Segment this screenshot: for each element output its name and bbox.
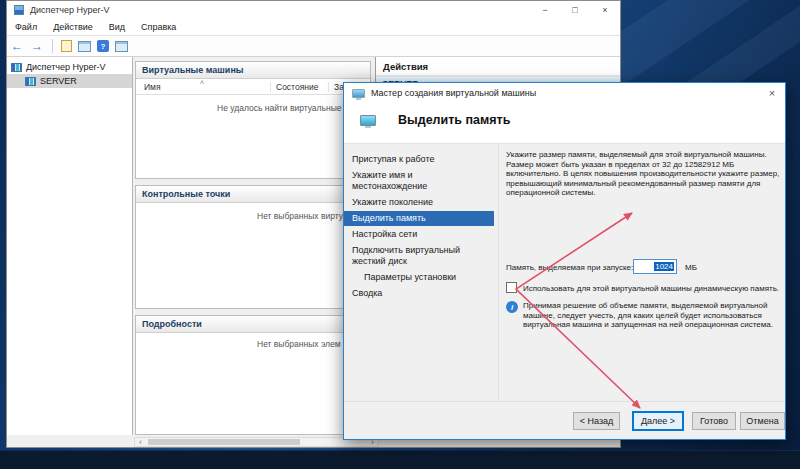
window-panel-icon[interactable] xyxy=(115,41,128,52)
export-list-icon[interactable] xyxy=(61,40,72,52)
taskbar xyxy=(0,450,800,469)
monitor-icon xyxy=(360,115,376,126)
checkpoints-header: Контрольные точки xyxy=(136,186,370,203)
wizard-top: Мастер создания виртуальной машины × Выд… xyxy=(344,83,785,143)
menu-view[interactable]: Вид xyxy=(101,22,133,32)
scroll-left-icon[interactable]: ‹ xyxy=(135,438,146,446)
sort-caret-icon: ^ xyxy=(200,79,204,89)
checkpoints-section: Контрольные точки Нет выбранных виртуаль… xyxy=(135,185,371,309)
tree-item-hyperv-root[interactable]: Диспетчер Hyper-V xyxy=(7,60,132,74)
menu-bar: Файл Действие Вид Справка xyxy=(7,19,620,36)
menu-file[interactable]: Файл xyxy=(7,22,45,32)
column-name[interactable]: Имя xyxy=(144,82,161,92)
title-bar: Диспетчер Hyper-V − □ × xyxy=(7,1,620,19)
finish-button[interactable]: Готово xyxy=(692,412,736,430)
virtual-machines-section: Виртуальные машины Имя ^ Состояние Зап Н… xyxy=(135,61,371,179)
help-icon[interactable]: ? xyxy=(97,40,109,52)
wizard-nav: Приступая к работе Укажите имя и местона… xyxy=(344,144,499,401)
info-icon: i xyxy=(506,301,518,313)
menu-help[interactable]: Справка xyxy=(133,22,184,32)
window-title: Диспетчер Hyper-V xyxy=(30,5,110,15)
wizard-page-header: Выделить память xyxy=(360,113,510,127)
next-button[interactable]: Далее > xyxy=(633,412,683,430)
nav-item-install-options[interactable]: Параметры установки xyxy=(344,270,494,285)
dynamic-memory-checkbox[interactable] xyxy=(506,282,517,293)
wizard-page-title: Выделить память xyxy=(398,113,510,127)
nav-item-virtual-disk[interactable]: Подключить виртуальный жесткий диск xyxy=(344,243,494,269)
nav-item-assign-memory[interactable]: Выделить память xyxy=(344,211,494,226)
maximize-button[interactable]: □ xyxy=(560,1,590,19)
memory-input[interactable]: 1024 xyxy=(633,259,677,274)
memory-description: Укажите размер памяти, выделяемый для эт… xyxy=(506,150,786,198)
memory-label: Память, выделяемая при запуске: xyxy=(506,263,633,272)
monitor-icon xyxy=(352,89,365,98)
back-arrow-icon[interactable]: ← xyxy=(7,39,27,53)
nav-item-getting-started[interactable]: Приступая к работе xyxy=(344,152,494,167)
desktop: Диспетчер Hyper-V − □ × Файл Действие Ви… xyxy=(0,0,800,469)
details-section: Подробности Нет выбранных элем xyxy=(135,315,371,435)
virtual-machines-header: Виртуальные машины xyxy=(136,62,370,79)
cancel-button[interactable]: Отмена xyxy=(740,412,785,430)
server-tree-icon xyxy=(25,77,36,86)
memory-unit: МБ xyxy=(685,263,697,272)
toolbar: ← → ? xyxy=(7,36,620,57)
wizard-title: Мастер создания виртуальной машины xyxy=(371,88,536,98)
column-state[interactable]: Состояние xyxy=(270,82,318,92)
close-button[interactable]: × xyxy=(590,1,620,19)
wizard-title-bar: Мастер создания виртуальной машины × xyxy=(344,83,785,103)
new-vm-wizard-dialog: Мастер создания виртуальной машины × Выд… xyxy=(343,82,786,440)
details-empty-message: Нет выбранных элем xyxy=(257,339,341,349)
nav-item-generation[interactable]: Укажите поколение xyxy=(344,195,494,210)
dynamic-memory-label: Использовать для этой виртуальной машины… xyxy=(523,284,781,293)
details-header: Подробности xyxy=(136,316,370,333)
actions-title: Действия xyxy=(376,57,620,76)
memory-info-text: Принимая решение об объеме памяти, выдел… xyxy=(523,301,785,330)
console-tree: Диспетчер Hyper-V SERVER xyxy=(7,57,133,435)
nav-item-name-location[interactable]: Укажите имя и местонахождение xyxy=(344,168,494,194)
center-pane: Виртуальные машины Имя ^ Состояние Зап Н… xyxy=(133,57,375,435)
back-button[interactable]: < Назад xyxy=(573,412,620,430)
window-panel-icon[interactable] xyxy=(78,41,91,52)
wizard-button-row: < Назад Далее > Готово Отмена xyxy=(344,401,785,439)
hyperv-app-icon xyxy=(14,5,24,15)
menu-action[interactable]: Действие xyxy=(45,22,101,32)
wizard-body: Приступая к работе Укажите имя и местона… xyxy=(344,143,785,439)
wizard-close-button[interactable]: × xyxy=(759,83,785,103)
tree-item-server[interactable]: SERVER xyxy=(7,74,132,88)
hyperv-tree-icon xyxy=(11,63,22,72)
forward-arrow-icon[interactable]: → xyxy=(27,39,47,53)
memory-value: 1024 xyxy=(654,262,674,271)
nav-item-summary[interactable]: Сводка xyxy=(344,286,494,301)
scrollbar-thumb[interactable] xyxy=(148,439,300,445)
minimize-button[interactable]: − xyxy=(530,1,560,19)
vm-list-column-headers: Имя ^ Состояние Зап xyxy=(136,79,370,95)
toolbar-separator xyxy=(52,39,53,53)
nav-item-networking[interactable]: Настройка сети xyxy=(344,227,494,242)
window-controls: − □ × xyxy=(530,1,620,19)
